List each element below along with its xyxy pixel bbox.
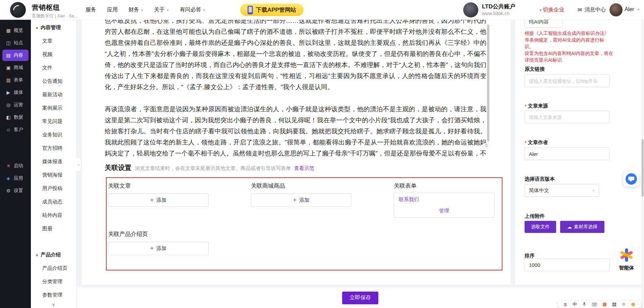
add-product-button[interactable]: + 添加 <box>251 193 352 207</box>
add-article-button[interactable]: + 添加 <box>108 193 209 207</box>
source-link-input[interactable] <box>525 74 609 87</box>
submenu-item-category-management[interactable]: 分类管理 <box>31 275 76 288</box>
add-intro-button[interactable]: + 添加 <box>108 242 209 255</box>
sidebar-item-content[interactable]: ▤内容 <box>2 50 29 61</box>
nav-label: 服务 <box>86 6 96 13</box>
submenu-group-product-intro[interactable]: ∧产品介绍 <box>31 248 76 261</box>
sidebar-item-apps[interactable]: ◈应用 <box>2 173 29 184</box>
chevron-down-icon[interactable]: ∨ <box>52 302 55 308</box>
nav-item-about[interactable]: 关于∨ <box>154 6 169 13</box>
related-form-box: 联系我们 管理 <box>394 193 494 218</box>
submenu-item-video[interactable]: 视频 <box>31 48 76 61</box>
related-intro-label: 关联产品介绍页 <box>108 230 209 238</box>
save-button[interactable]: 立即保存 <box>342 292 378 304</box>
chevron-down-icon[interactable]: ∨ <box>637 7 640 11</box>
submenu-group-content-management[interactable]: ∧内容管理 <box>31 21 76 34</box>
material-library-label: 素材库选择 <box>574 224 597 230</box>
customer-service-widget[interactable] <box>623 171 639 187</box>
sort-input[interactable] <box>525 258 609 271</box>
switch-company-button[interactable]: ∨ 切换企业 <box>539 6 564 13</box>
submenu-group-title: 内容管理 <box>41 24 61 31</box>
fire-icon[interactable] <box>603 303 606 306</box>
form-item-link[interactable]: 联系我们 <box>399 196 419 203</box>
envelope-icon: ✉ <box>578 7 582 13</box>
source-link-label: 原文链接 <box>525 66 545 72</box>
chinese-mode-icon[interactable]: 中 <box>573 301 577 307</box>
sidebar-item-data[interactable]: ◧数据 <box>2 112 29 123</box>
nav-item-apps[interactable]: 应用 <box>107 6 118 13</box>
brand-logo[interactable] <box>10 2 26 18</box>
mic-icon[interactable] <box>583 302 586 307</box>
keyboard-icon[interactable] <box>592 303 597 306</box>
sogou-icon[interactable]: S <box>564 302 567 307</box>
submenu-scroll-fade: ∨ <box>31 296 76 308</box>
grid-icon[interactable] <box>612 303 616 306</box>
sidebar-item-operation[interactable]: ◎运营 <box>2 99 29 111</box>
submenu-item-user-submission[interactable]: 用户投稿 <box>31 182 76 195</box>
page-scrollbar[interactable] <box>641 0 644 308</box>
ime-settings-icon[interactable]: ⚙ <box>622 302 626 307</box>
sidebar-item-mall[interactable]: ▣商城 <box>2 62 29 73</box>
sidebar-item-customer[interactable]: ☺客户 <box>2 124 29 135</box>
submenu-item-official-recruit[interactable]: 官方招聘 <box>31 141 76 155</box>
relation-settings-title: 关联设置 <box>105 163 131 172</box>
ai-content-option[interactable]: 纯AI内容 <box>525 20 563 28</box>
cloud-icon: ☁ <box>567 224 572 230</box>
sidebar-item-label: 内容 <box>14 52 23 58</box>
submenu-item-announcement[interactable]: 公告通知 <box>31 74 76 88</box>
view-demo-link[interactable]: 查看示范 <box>294 165 314 172</box>
submenu-item-article[interactable]: 文章 <box>31 34 76 48</box>
chevron-down-icon: ∨ <box>166 8 169 12</box>
sidebar-collapse-handle[interactable]: ‹ <box>76 158 81 172</box>
ai-warning-line: 根据《人工智能生成合成内容标识办法》等条例规定，需对AI生成的内容进行标识。 <box>525 30 613 50</box>
apps-icon: ◈ <box>6 176 11 181</box>
sidebar-item-label: 商城 <box>14 65 23 71</box>
material-library-button[interactable]: ☁ 素材库选择 <box>560 221 604 233</box>
submenu-item-member-news[interactable]: 成员动态 <box>31 195 76 208</box>
editor-scrollbar-thumb[interactable] <box>487 24 489 141</box>
sidebar-item-form[interactable]: ▥表单 <box>2 74 29 86</box>
primary-sidebar: ▦概览 ◫站点 ▤内容 ▣商城 ▥表单 ▶媒体 ◎运营 ◧数据 ☺客户 ✳启动 … <box>0 20 31 308</box>
page-scrollbar-thumb[interactable] <box>642 139 644 197</box>
submenu-item-external-content[interactable]: 站外内容 <box>31 208 76 222</box>
message-center-button[interactable]: ✉ 消息中心 <box>578 6 606 13</box>
submenu-item-latest-activity[interactable]: 最新活动 <box>31 88 76 101</box>
emoji-icon[interactable] <box>631 303 635 306</box>
nav-item-qa[interactable]: 有问必答∨ <box>180 6 205 13</box>
sidebar-item-label: 媒体 <box>14 89 23 96</box>
submenu-item-faq[interactable]: 常见问题 <box>31 115 76 128</box>
ai-assistant-widget[interactable]: 智能体 <box>616 247 637 271</box>
sidebar-item-launch[interactable]: ✳启动 <box>2 160 29 172</box>
related-product-group: 关联商城商品 + 添加 <box>251 182 352 207</box>
article-content: 也不敢反抗，在他心里，挨打受骂、居无定所都是生活的一部分……这就是作者想通过苦难… <box>105 20 486 156</box>
submenu-item-album[interactable]: 图册 <box>31 222 76 235</box>
submenu-item-business-knowledge[interactable]: 业务知识 <box>31 128 76 141</box>
submenu-item-product-intro-page[interactable]: 产品介绍页 <box>31 261 76 275</box>
sidebar-item-overview[interactable]: ▦概览 <box>2 25 29 36</box>
submenu-item-file[interactable]: 文件 <box>31 61 76 74</box>
secondary-sidebar: ∧内容管理 文章 视频 文件 公告通知 最新活动 案例展示 常见问题 业务知识 … <box>31 20 76 308</box>
article-source-input[interactable] <box>525 111 609 123</box>
user-avatar[interactable] <box>609 3 623 16</box>
field-label: 选择语言版本 <box>525 176 555 182</box>
pick-file-button[interactable]: 选取文件 <box>525 221 556 233</box>
sidebar-item-media[interactable]: ▶媒体 <box>2 87 29 98</box>
submenu-spacer <box>31 235 76 248</box>
account-avatar[interactable] <box>463 2 478 17</box>
article-content-editor[interactable]: 也不敢反抗，在他心里，挨打受骂、居无定所都是生活的一部分……这就是作者想通过苦难… <box>105 20 486 156</box>
sidebar-item-settings[interactable]: ⚙设置 <box>2 185 29 196</box>
relation-settings-subtitle: 浏览文章结束时，会在文章末尾展示其他文章、商品或者引导填写表单 <box>135 165 291 172</box>
form-manage-link[interactable]: 管理 <box>394 208 494 214</box>
chevron-down-icon: ∨ <box>539 8 542 12</box>
language-select[interactable]: 简体中文 ∨ <box>525 184 599 197</box>
operation-icon: ◎ <box>6 102 11 108</box>
submenu-item-marketing-poster[interactable]: 营销海报 <box>31 168 76 182</box>
sidebar-item-site[interactable]: ◫站点 <box>2 37 29 49</box>
download-app-button[interactable]: 下载APP管网站 <box>240 4 304 16</box>
nav-item-services[interactable]: 服务 <box>86 6 96 13</box>
submenu-item-media-report[interactable]: 媒体报道 <box>31 155 76 168</box>
article-author-input[interactable] <box>525 147 609 160</box>
submenu-item-case-showcase[interactable]: 案例展示 <box>31 101 76 115</box>
nav-item-finance[interactable]: 财务∨ <box>128 6 143 13</box>
top-header: 营销枢纽 官微数字云 | Aler · Se... 服务 应用 财务∨ 关于∨ … <box>0 0 644 20</box>
